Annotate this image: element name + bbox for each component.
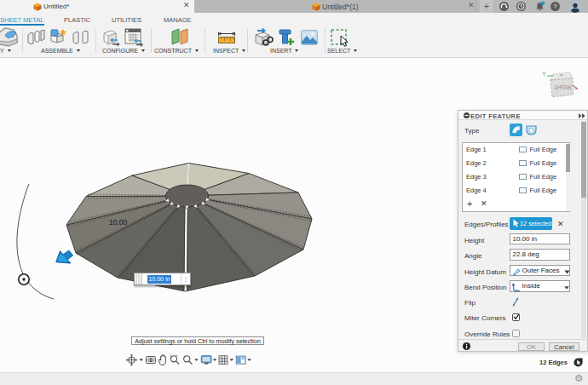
svg-text:Y: Y [542,71,546,77]
svg-text:RIGHT: RIGHT [554,84,571,90]
